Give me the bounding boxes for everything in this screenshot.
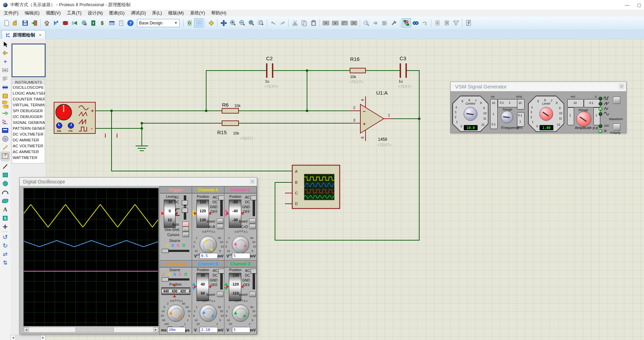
instrument-list-item[interactable]: DC AMMETER xyxy=(12,137,45,143)
simulation-log-icon[interactable]: 0101 xyxy=(107,18,116,28)
channel-b-position-drum[interactable]: 304050 xyxy=(197,273,209,301)
maximize-button[interactable]: ▢ xyxy=(637,2,641,8)
timebase-value[interactable]: 20m xyxy=(167,327,186,333)
menu-item[interactable]: 系统(Y) xyxy=(187,10,208,16)
tape-recorder-mode-icon[interactable] xyxy=(1,126,10,135)
channel-b-value[interactable]: 2.18 xyxy=(200,327,218,333)
channel-d-position-drum[interactable]: -130-120-110 xyxy=(229,273,241,301)
new-sheet-icon[interactable] xyxy=(433,18,442,28)
polarity-button[interactable] xyxy=(613,124,620,131)
channel-b-coupling-thumb[interactable] xyxy=(218,269,224,274)
level-knob[interactable] xyxy=(539,107,553,121)
search-tag-icon[interactable] xyxy=(411,18,420,28)
home-icon[interactable] xyxy=(42,18,51,28)
2d-arc-mode-icon[interactable] xyxy=(1,188,10,196)
channel-c-invert-button[interactable] xyxy=(249,219,256,224)
trigger-source-thumb[interactable] xyxy=(162,249,169,253)
2d-circle-mode-icon[interactable] xyxy=(1,179,10,188)
toggle-grid-icon[interactable] xyxy=(194,18,203,28)
vsm-close-icon[interactable]: ✕ xyxy=(619,84,624,89)
instrument-list-item[interactable]: PATTERN GENER xyxy=(12,126,45,131)
mirror-vertical-icon[interactable]: ⇅ xyxy=(1,258,10,267)
channel-a-invert-button[interactable] xyxy=(217,219,223,224)
schematic-capture-icon[interactable] xyxy=(51,18,61,28)
trigger-coupling-thumb[interactable] xyxy=(182,200,188,205)
open-project-icon[interactable] xyxy=(11,18,20,28)
voltage-probe-mode-icon[interactable] xyxy=(1,143,10,152)
mirror-horizontal-icon[interactable]: ⇄ xyxy=(1,250,10,258)
buses-mode-icon[interactable] xyxy=(1,83,10,92)
instrument-list-item[interactable]: WATTMETER xyxy=(12,155,45,161)
scroll-left-icon[interactable]: ◄ xyxy=(24,327,29,332)
project-notes-icon[interactable] xyxy=(116,18,126,28)
decompose-icon[interactable] xyxy=(389,18,399,28)
zoom-out-icon[interactable] xyxy=(237,18,247,28)
capacitor-c3[interactable]: C3 1u <TEXT> xyxy=(398,55,412,88)
channel-a-position-drum[interactable]: 110120130 xyxy=(197,200,209,228)
pick-parts-icon[interactable] xyxy=(361,18,371,28)
menu-item[interactable]: 编辑(E) xyxy=(22,10,43,16)
instrument-list-item[interactable]: SPI DEBUGGER xyxy=(12,108,45,114)
electrical-rules-check-icon[interactable] xyxy=(464,18,473,28)
tab-close-icon[interactable]: × xyxy=(38,32,42,38)
instrument-list-item[interactable]: AC VOLTMETER xyxy=(12,143,45,149)
make-device-icon[interactable] xyxy=(371,18,380,28)
selection-mode-icon[interactable] xyxy=(1,40,10,49)
scroll-right-icon[interactable]: ► xyxy=(153,327,158,332)
instrument-list-item[interactable]: COUNTER TIMER xyxy=(12,96,45,102)
generator-mode-icon[interactable]: ∿ xyxy=(1,135,10,143)
scrollbar-thumb[interactable] xyxy=(75,328,114,332)
instrument-list-item[interactable]: LOGIC ANALYSER xyxy=(12,91,45,96)
signal-generator-component[interactable]: AM FM + - xyxy=(54,102,95,134)
block-move-icon[interactable] xyxy=(330,18,340,28)
2d-path-mode-icon[interactable] xyxy=(1,196,10,205)
palette-scrollbar[interactable]: ◄ ► xyxy=(10,335,46,340)
rotate-clockwise-icon[interactable]: ↻ xyxy=(1,241,10,250)
menu-item[interactable]: 视图(V) xyxy=(43,10,64,16)
junction-dot-mode-icon[interactable]: ＋ xyxy=(1,57,10,66)
scroll-right-icon[interactable]: ► xyxy=(40,335,46,340)
redo-icon[interactable] xyxy=(278,18,287,28)
redraw-icon[interactable] xyxy=(185,18,194,28)
2d-marker-mode-icon[interactable] xyxy=(1,222,10,231)
undo-icon[interactable] xyxy=(268,18,278,28)
block-delete-icon[interactable] xyxy=(349,18,358,28)
channel-b-invert-button[interactable] xyxy=(217,292,223,297)
zoom-all-icon[interactable] xyxy=(256,18,265,28)
graph-mode-icon[interactable] xyxy=(1,117,10,126)
channel-c-coupling-thumb[interactable] xyxy=(251,195,257,200)
menu-item[interactable]: 帮助(H) xyxy=(208,10,230,16)
block-copy-icon[interactable] xyxy=(321,18,330,28)
waveform-button[interactable] xyxy=(613,97,620,104)
centre-knob[interactable] xyxy=(464,107,477,121)
instrument-list-item[interactable]: DC VOLTMETER xyxy=(12,131,45,137)
resistor-r6[interactable]: R6 10k xyxy=(222,102,241,113)
auto-button[interactable] xyxy=(182,222,189,227)
instrument-list-item[interactable]: VIRTUAL TERMIN xyxy=(12,102,45,108)
design-selector[interactable]: Base Design▼ xyxy=(137,19,180,27)
design-explorer-icon[interactable] xyxy=(88,18,98,28)
new-file-icon[interactable] xyxy=(2,18,11,28)
zoom-area-icon[interactable] xyxy=(247,18,256,28)
menu-item[interactable]: 调试(D) xyxy=(128,10,149,16)
channel-d-invert-button[interactable] xyxy=(249,292,256,297)
channel-a-value[interactable]: 0.5 xyxy=(200,253,218,259)
zoom-in-icon[interactable] xyxy=(228,18,237,28)
channel-c-value[interactable]: 5 xyxy=(232,253,250,259)
trigger-edge-thumb[interactable] xyxy=(182,208,188,213)
instrument-list-item[interactable]: AC AMMETER xyxy=(12,149,45,155)
instrument-list-item[interactable]: I2C DEBUGGER xyxy=(12,114,45,120)
resistor-r15[interactable]: R15 10k <TEXT> xyxy=(217,121,254,140)
packaging-tool-icon[interactable] xyxy=(380,18,389,28)
rotate-anticlockwise-icon[interactable]: ↺ xyxy=(1,233,10,241)
copy-icon[interactable] xyxy=(299,18,309,28)
2d-box-mode-icon[interactable] xyxy=(1,171,10,179)
menu-item[interactable]: 图表(G) xyxy=(106,10,128,16)
device-pins-mode-icon[interactable] xyxy=(1,109,10,117)
help-icon[interactable]: ? xyxy=(126,18,135,28)
minimize-button[interactable]: — xyxy=(625,2,630,8)
scroll-left-icon[interactable]: ◄ xyxy=(10,335,16,340)
amplitude-range-knob[interactable] xyxy=(576,111,591,127)
2d-line-mode-icon[interactable] xyxy=(1,162,10,171)
close-project-icon[interactable] xyxy=(30,18,39,28)
